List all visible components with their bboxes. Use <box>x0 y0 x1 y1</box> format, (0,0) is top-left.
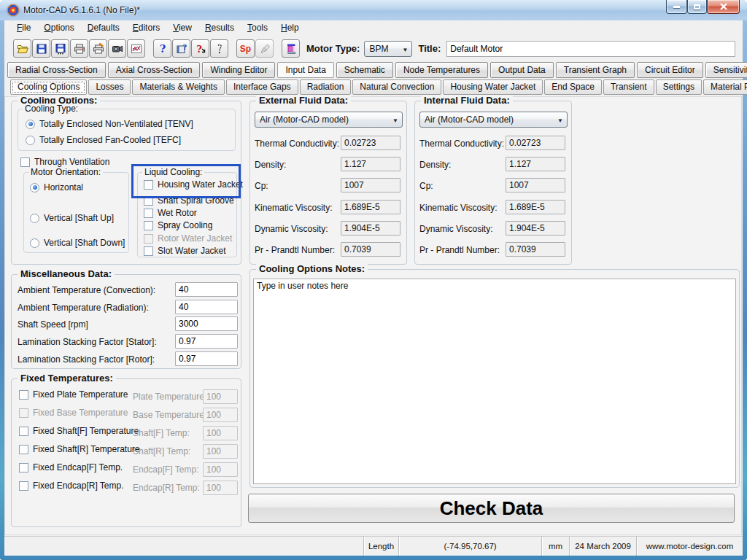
stacking-factor-rotor-field[interactable] <box>175 351 238 366</box>
internal-density-field[interactable] <box>506 157 565 171</box>
print-setup-button[interactable] <box>89 39 107 58</box>
help-button[interactable]: ? <box>153 39 171 58</box>
tab-material-properties[interactable]: Material Properties <box>703 79 747 95</box>
tab-schematic[interactable]: Schematic <box>336 62 393 78</box>
external-cp-field[interactable] <box>341 178 400 192</box>
fixed-plate-temp-checkbox[interactable] <box>19 390 28 400</box>
spray-button[interactable]: Sp <box>236 39 255 58</box>
open-button[interactable] <box>13 39 31 58</box>
spray-cooling-label[interactable]: Spray Cooling <box>158 220 212 230</box>
menu-tools[interactable]: Tools <box>241 21 274 34</box>
tab-natural-convection[interactable]: Natural Convection <box>352 79 441 95</box>
ambient-temp-convection-field[interactable] <box>175 282 238 297</box>
tab-losses[interactable]: Losses <box>88 79 131 95</box>
through-ventilation-checkbox[interactable] <box>20 158 30 167</box>
internal-cp-field[interactable] <box>506 178 565 192</box>
fixed-shaft-r-temp-label[interactable]: Fixed Shaft[R] Temperature <box>33 444 140 454</box>
menu-options[interactable]: Options <box>37 21 80 34</box>
cooling-notes-textarea[interactable]: Type in user notes here <box>253 279 736 484</box>
fixed-shaft-f-temp-label[interactable]: Fixed Shaft[F] Temperature <box>33 426 139 436</box>
ambient-temp-radiation-field[interactable] <box>175 300 238 314</box>
shaft-speed-field[interactable] <box>175 316 238 331</box>
fixed-endcap-f-temp-checkbox[interactable] <box>19 463 28 472</box>
internal-thermal-conductivity-field[interactable] <box>506 136 565 150</box>
external-density-field[interactable] <box>341 157 400 171</box>
vertical-shaft-down-radio[interactable] <box>30 238 39 248</box>
tab-end-space[interactable]: End Space <box>544 79 602 95</box>
menu-defaults[interactable]: Defaults <box>81 21 126 34</box>
manual-button[interactable]: ? <box>172 39 190 58</box>
tab-transient-graph[interactable]: Transient Graph <box>556 62 635 78</box>
capture-button[interactable] <box>108 39 126 58</box>
title-input[interactable] <box>446 41 735 57</box>
check-data-button[interactable]: Check Data <box>248 494 735 523</box>
tab-cooling-options[interactable]: Cooling Options <box>10 79 87 95</box>
external-kinematic-viscosity-field[interactable] <box>341 200 400 214</box>
internal-dynamic-viscosity-field[interactable] <box>506 221 565 236</box>
fixed-shaft-f-temp-checkbox[interactable] <box>19 427 28 436</box>
tenv-radio[interactable] <box>26 120 35 129</box>
horizontal-radio-label[interactable]: Horizontal <box>44 182 83 192</box>
close-button[interactable] <box>707 0 740 14</box>
fixed-plate-temp-label[interactable]: Fixed Plate Temperature <box>33 389 128 400</box>
save-button[interactable] <box>32 39 50 58</box>
tab-radial-cross-section[interactable]: Radial Cross-Section <box>7 62 106 78</box>
stacking-factor-stator-field[interactable] <box>175 334 238 349</box>
fixed-endcap-r-temp-label[interactable]: Fixed Endcap[R] Temp. <box>33 481 124 491</box>
menu-file[interactable]: File <box>10 21 37 34</box>
slot-water-jacket-checkbox[interactable] <box>144 246 153 256</box>
internal-fluid-select[interactable]: Air (Motor-CAD model) ▼ <box>419 112 568 128</box>
tab-materials-weights[interactable]: Materials & Weights <box>132 79 224 95</box>
tenv-radio-label[interactable]: Totally Enclosed Non-Ventilated [TENV] <box>39 119 193 129</box>
tab-circuit-editor[interactable]: Circuit Editor <box>637 62 703 78</box>
through-ventilation-label[interactable]: Through Ventilation <box>34 157 109 167</box>
field-label: Thermal Conductivity: <box>255 139 339 149</box>
external-thermal-conductivity-field[interactable] <box>341 136 400 150</box>
slot-water-jacket-label[interactable]: Slot Water Jacket <box>158 246 226 256</box>
fixed-endcap-r-temp-checkbox[interactable] <box>19 481 28 491</box>
graph-button[interactable] <box>127 39 145 58</box>
minimize-button[interactable] <box>666 0 687 14</box>
tab-interface-gaps[interactable]: Interface Gaps <box>226 79 298 95</box>
motor-button[interactable] <box>282 39 300 58</box>
external-prandtl-field[interactable] <box>341 242 400 257</box>
vertical-shaft-up-radio[interactable] <box>30 214 39 223</box>
menu-results[interactable]: Results <box>198 21 241 34</box>
context-help-button[interactable]: ? <box>191 39 209 58</box>
motor-type-select[interactable]: BPM ▼ <box>364 41 412 57</box>
wet-rotor-checkbox[interactable] <box>144 209 153 218</box>
tab-input-data[interactable]: Input Data <box>277 62 333 78</box>
internal-prandtl-field[interactable] <box>506 242 565 257</box>
tab-node-temperatures[interactable]: Node Temperatures <box>395 62 488 78</box>
maximize-button[interactable] <box>687 0 707 14</box>
menu-view[interactable]: View <box>166 21 198 34</box>
menu-editors[interactable]: Editors <box>126 21 166 34</box>
vertical-shaft-down-label[interactable]: Vertical [Shaft Down] <box>44 238 125 248</box>
tefc-radio-label[interactable]: Totally Enclosed Fan-Cooled [TEFC] <box>39 135 181 145</box>
tab-winding-editor[interactable]: Winding Editor <box>202 62 275 78</box>
tab-housing-water-jacket[interactable]: Housing Water Jacket <box>443 79 543 95</box>
tab-output-data[interactable]: Output Data <box>490 62 554 78</box>
internal-kinematic-viscosity-field[interactable] <box>506 200 565 214</box>
toolbar: ? ? ? Sp <box>4 35 743 62</box>
base-temp-field <box>203 408 238 422</box>
open-folder-icon <box>17 43 28 55</box>
tab-sensitivity[interactable]: Sensitivity <box>705 62 747 78</box>
tab-transient[interactable]: Transient <box>603 79 654 95</box>
save-as-button[interactable] <box>51 39 69 58</box>
tab-settings[interactable]: Settings <box>656 79 702 95</box>
print-button[interactable] <box>70 39 88 58</box>
external-fluid-select[interactable]: Air (Motor-CAD model) ▼ <box>255 112 403 128</box>
vertical-shaft-up-label[interactable]: Vertical [Shaft Up] <box>44 213 114 223</box>
tab-radiation[interactable]: Radiation <box>300 79 352 95</box>
menu-help[interactable]: Help <box>274 21 306 34</box>
external-dynamic-viscosity-field[interactable] <box>341 221 400 236</box>
horizontal-radio[interactable] <box>30 183 39 192</box>
what-is-button[interactable] <box>210 39 228 58</box>
fixed-shaft-r-temp-checkbox[interactable] <box>19 445 28 454</box>
spray-cooling-checkbox[interactable] <box>144 221 153 230</box>
tefc-radio[interactable] <box>26 136 35 145</box>
wet-rotor-label[interactable]: Wet Rotor <box>158 208 197 218</box>
fixed-endcap-f-temp-label[interactable]: Fixed Endcap[F] Temp. <box>33 462 123 472</box>
tab-axial-cross-section[interactable]: Axial Cross-Section <box>108 62 201 78</box>
